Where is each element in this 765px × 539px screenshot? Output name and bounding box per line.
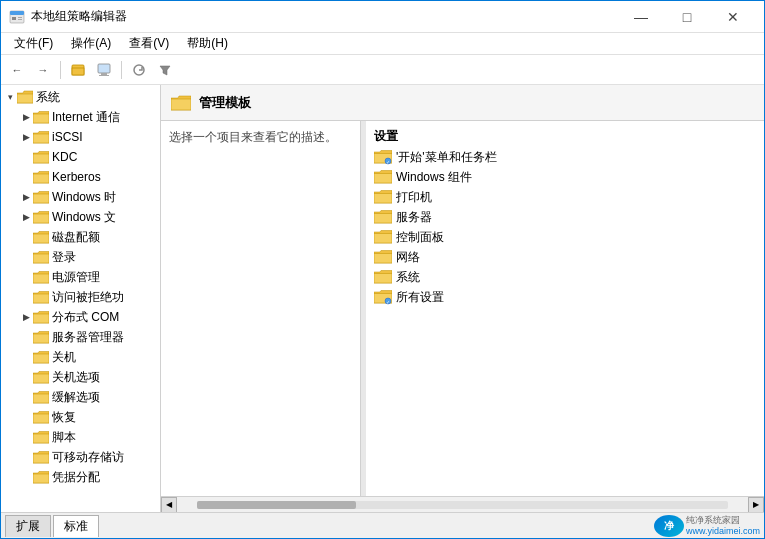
tree-item[interactable]: ▶ Windows 时 xyxy=(1,187,160,207)
right-header: 管理模板 xyxy=(161,85,764,121)
settings-item[interactable]: 控制面板 xyxy=(366,227,764,247)
settings-item[interactable]: 服务器 xyxy=(366,207,764,227)
tab-标准[interactable]: 标准 xyxy=(53,515,99,537)
tree-item-label: Internet 通信 xyxy=(52,109,120,126)
settings-folder-icon xyxy=(374,269,392,285)
settings-item-label: 所有设置 xyxy=(396,289,444,306)
toolbar-sep-2 xyxy=(121,61,122,79)
right-panel: 管理模板 选择一个项目来查看它的描述。 设置 ✓ '开始'菜单和任务栏 xyxy=(161,85,764,512)
settings-panel[interactable]: 设置 ✓ '开始'菜单和任务栏 Windows 组件 打印机 服务器 控制面板 … xyxy=(366,121,764,496)
description-panel: 选择一个项目来查看它的描述。 xyxy=(161,121,361,496)
tree-item[interactable]: ▶ 电源管理 xyxy=(1,267,160,287)
expand-icon[interactable]: ▶ xyxy=(19,310,33,324)
title-bar: 本地组策略编辑器 — □ ✕ xyxy=(1,1,764,33)
settings-item[interactable]: 系统 xyxy=(366,267,764,287)
svg-text:✓: ✓ xyxy=(386,299,390,305)
tree-item[interactable]: ▶ 缓解选项 xyxy=(1,387,160,407)
tree-item[interactable]: ▶ 脚本 xyxy=(1,427,160,447)
settings-folder-icon xyxy=(374,209,392,225)
brand-url: www.yidaimei.com xyxy=(686,526,760,537)
settings-item[interactable]: 打印机 xyxy=(366,187,764,207)
root-folder-icon xyxy=(17,90,33,104)
settings-header: 设置 xyxy=(366,125,764,147)
tree-item[interactable]: ▶ 分布式 COM xyxy=(1,307,160,327)
settings-item[interactable]: Windows 组件 xyxy=(366,167,764,187)
tree-item-label: 缓解选项 xyxy=(52,389,100,406)
right-scrollbar-area: ◀ ▶ xyxy=(161,496,764,512)
menu-view[interactable]: 查看(V) xyxy=(120,32,178,55)
settings-item-label: 服务器 xyxy=(396,209,432,226)
svg-text:✓: ✓ xyxy=(386,159,390,165)
tree-item[interactable]: ▶ Internet 通信 xyxy=(1,107,160,127)
tree-item[interactable]: ▶ 服务器管理器 xyxy=(1,327,160,347)
maximize-button[interactable]: □ xyxy=(664,1,710,33)
expand-icon[interactable]: ▶ xyxy=(19,110,33,124)
tree-panel[interactable]: ▾ 系统 ▶ Internet 通信▶ iSCSI▶ KDC▶ Kerberos… xyxy=(1,85,161,512)
show-desktop-button[interactable] xyxy=(92,59,116,81)
toolbar: ← → xyxy=(1,55,764,85)
menu-help[interactable]: 帮助(H) xyxy=(178,32,237,55)
tree-item-label: 电源管理 xyxy=(52,269,100,286)
tree-item[interactable]: ▶ Windows 文 xyxy=(1,207,160,227)
tree-item[interactable]: ▶ iSCSI xyxy=(1,127,160,147)
settings-item[interactable]: 网络 xyxy=(366,247,764,267)
svg-rect-4 xyxy=(18,19,22,20)
folder-icon xyxy=(33,210,49,224)
folder-icon xyxy=(33,190,49,204)
expand-icon[interactable]: ▶ xyxy=(19,190,33,204)
folder-icon xyxy=(33,370,49,384)
tree-item[interactable]: ▶ 访问被拒绝功 xyxy=(1,287,160,307)
window-icon xyxy=(9,9,25,25)
svg-rect-1 xyxy=(10,11,24,15)
scroll-left-arrow[interactable]: ◀ xyxy=(161,497,177,513)
up-button[interactable] xyxy=(66,59,90,81)
tree-item-label: Windows 时 xyxy=(52,189,116,206)
settings-folder-icon xyxy=(374,249,392,265)
tree-item[interactable]: ▶ 磁盘配额 xyxy=(1,227,160,247)
svg-rect-6 xyxy=(72,68,84,75)
tree-root[interactable]: ▾ 系统 xyxy=(1,87,160,107)
folder-icon xyxy=(33,270,49,284)
tree-item[interactable]: ▶ 凭据分配 xyxy=(1,467,160,487)
settings-item-label: 控制面板 xyxy=(396,229,444,246)
expand-icon[interactable]: ▶ xyxy=(19,130,33,144)
refresh-button[interactable] xyxy=(127,59,151,81)
settings-item-label: 系统 xyxy=(396,269,420,286)
tree-item[interactable]: ▶ Kerberos xyxy=(1,167,160,187)
settings-header-text: 设置 xyxy=(374,128,398,145)
menu-file[interactable]: 文件(F) xyxy=(5,32,62,55)
folder-icon xyxy=(33,170,49,184)
scrollbar-thumb[interactable] xyxy=(197,501,356,509)
svg-rect-3 xyxy=(18,17,22,18)
folder-icon xyxy=(33,230,49,244)
tree-item[interactable]: ▶ 关机 xyxy=(1,347,160,367)
tab-扩展[interactable]: 扩展 xyxy=(5,515,51,537)
status-bar: 扩展标准 净 纯净系统家园 www.yidaimei.com xyxy=(1,512,764,538)
root-expand-icon[interactable]: ▾ xyxy=(3,90,17,104)
main-window: 本地组策略编辑器 — □ ✕ 文件(F) 操作(A) 查看(V) 帮助(H) ←… xyxy=(0,0,765,539)
tree-item-label: 恢复 xyxy=(52,409,76,426)
tree-item[interactable]: ▶ 恢复 xyxy=(1,407,160,427)
tree-item[interactable]: ▶ 登录 xyxy=(1,247,160,267)
folder-icon xyxy=(33,350,49,364)
settings-item-label: '开始'菜单和任务栏 xyxy=(396,149,497,166)
tabs-container: 扩展标准 xyxy=(5,515,101,537)
settings-item[interactable]: ✓ 所有设置 xyxy=(366,287,764,307)
settings-folder-icon xyxy=(374,189,392,205)
forward-button[interactable]: → xyxy=(31,59,55,81)
settings-item[interactable]: ✓ '开始'菜单和任务栏 xyxy=(366,147,764,167)
menu-action[interactable]: 操作(A) xyxy=(62,32,120,55)
brand-line1: 纯净系统家园 xyxy=(686,515,760,526)
tree-item[interactable]: ▶ 关机选项 xyxy=(1,367,160,387)
scrollbar-track[interactable] xyxy=(197,501,728,509)
scroll-right-arrow[interactable]: ▶ xyxy=(748,497,764,513)
tree-item[interactable]: ▶ 可移动存储访 xyxy=(1,447,160,467)
folder-icon xyxy=(33,430,49,444)
filter-button[interactable] xyxy=(153,59,177,81)
minimize-button[interactable]: — xyxy=(618,1,664,33)
close-button[interactable]: ✕ xyxy=(710,1,756,33)
expand-icon[interactable]: ▶ xyxy=(19,210,33,224)
folder-icon xyxy=(33,150,49,164)
back-button[interactable]: ← xyxy=(5,59,29,81)
tree-item[interactable]: ▶ KDC xyxy=(1,147,160,167)
